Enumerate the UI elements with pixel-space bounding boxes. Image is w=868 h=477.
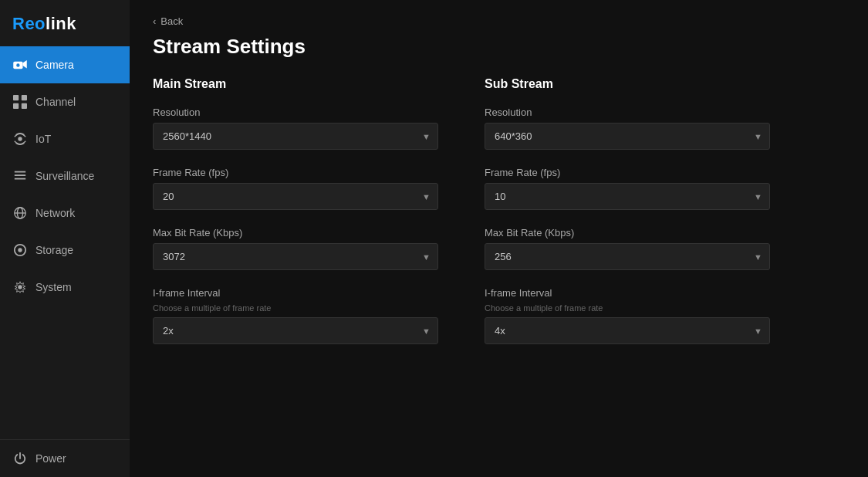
main-resolution-group: Resolution 2560*1440 1920*1080 1280*720 … [153, 107, 438, 150]
streams-container: Main Stream Resolution 2560*1440 1920*10… [153, 77, 845, 361]
sub-iframe-group: I-frame Interval Choose a multiple of fr… [485, 287, 770, 344]
sub-bitrate-label: Max Bit Rate (Kbps) [485, 227, 770, 238]
main-iframe-wrapper: 2x 1x 3x 4x ▼ [153, 317, 438, 344]
sidebar-item-camera[interactable]: Camera [0, 46, 130, 83]
main-framerate-select[interactable]: 20 15 10 5 [153, 183, 438, 210]
svg-rect-3 [13, 95, 19, 100]
sub-iframe-label: I-frame Interval [485, 287, 770, 299]
page-title: Stream Settings [153, 35, 845, 59]
power-label: Power [35, 452, 66, 465]
sidebar-item-camera-label: Camera [35, 59, 74, 71]
main-stream-section: Main Stream Resolution 2560*1440 1920*10… [153, 77, 438, 361]
back-link[interactable]: ‹ Back [153, 15, 845, 27]
sub-iframe-wrapper: 4x 2x 1x 3x ▼ [485, 317, 770, 344]
sub-framerate-label: Frame Rate (fps) [485, 167, 770, 178]
main-iframe-select[interactable]: 2x 1x 3x 4x [153, 317, 438, 344]
network-icon [12, 205, 28, 221]
sub-iframe-hint: Choose a multiple of frame rate [485, 303, 770, 313]
svg-point-2 [16, 63, 19, 66]
channel-icon [12, 94, 28, 110]
sidebar-item-storage-label: Storage [35, 244, 73, 256]
sidebar-item-system-label: System [35, 281, 72, 293]
sidebar-item-network-label: Network [35, 207, 75, 219]
sub-framerate-wrapper: 10 5 15 20 ▼ [485, 183, 770, 210]
main-iframe-group: I-frame Interval Choose a multiple of fr… [153, 287, 438, 344]
main-bitrate-label: Max Bit Rate (Kbps) [153, 227, 438, 238]
main-framerate-label: Frame Rate (fps) [153, 167, 438, 178]
camera-icon [12, 57, 28, 73]
storage-icon [12, 242, 28, 258]
svg-point-7 [18, 137, 22, 140]
system-icon [12, 279, 28, 295]
sub-framerate-select[interactable]: 10 5 15 20 [485, 183, 770, 210]
main-bitrate-group: Max Bit Rate (Kbps) 3072 2048 1024 512 ▼ [153, 227, 438, 270]
logo: Reolink [0, 0, 130, 46]
sidebar-item-system[interactable]: System [0, 269, 130, 306]
main-bitrate-select[interactable]: 3072 2048 1024 512 [153, 243, 438, 270]
main-resolution-wrapper: 2560*1440 1920*1080 1280*720 ▼ [153, 123, 438, 150]
sub-stream-title: Sub Stream [485, 77, 770, 91]
back-label: Back [160, 15, 183, 27]
surveillance-icon [12, 168, 28, 184]
main-iframe-label: I-frame Interval [153, 287, 438, 299]
power-icon [12, 451, 28, 466]
sidebar-item-surveillance-label: Surveillance [35, 170, 94, 182]
back-chevron-icon: ‹ [153, 15, 156, 27]
main-stream-title: Main Stream [153, 77, 438, 91]
sidebar-item-surveillance[interactable]: Surveillance [0, 157, 130, 195]
sidebar-item-iot[interactable]: IoT [0, 120, 130, 157]
sidebar-item-channel[interactable]: Channel [0, 83, 130, 120]
svg-point-16 [18, 285, 22, 289]
main-framerate-wrapper: 20 15 10 5 ▼ [153, 183, 438, 210]
iot-icon [12, 131, 28, 147]
sub-resolution-group: Resolution 640*360 320*180 ▼ [485, 107, 770, 150]
sub-stream-section: Sub Stream Resolution 640*360 320*180 ▼ … [485, 77, 770, 361]
sub-bitrate-select[interactable]: 256 128 512 [485, 243, 770, 270]
main-resolution-select[interactable]: 2560*1440 1920*1080 1280*720 [153, 123, 438, 150]
sub-resolution-wrapper: 640*360 320*180 ▼ [485, 123, 770, 150]
sidebar-footer: Power [0, 439, 130, 477]
sidebar-item-storage[interactable]: Storage [0, 232, 130, 269]
svg-rect-6 [22, 103, 27, 109]
svg-rect-4 [22, 95, 27, 100]
logo-text: Reolink [12, 14, 76, 33]
main-iframe-hint: Choose a multiple of frame rate [153, 303, 438, 313]
main-bitrate-wrapper: 3072 2048 1024 512 ▼ [153, 243, 438, 270]
sub-resolution-select[interactable]: 640*360 320*180 [485, 123, 770, 150]
sidebar-item-iot-label: IoT [35, 133, 51, 145]
sidebar: Reolink Camera Cha [0, 0, 130, 477]
main-framerate-group: Frame Rate (fps) 20 15 10 5 ▼ [153, 167, 438, 210]
sidebar-item-network[interactable]: Network [0, 195, 130, 232]
main-resolution-label: Resolution [153, 107, 438, 118]
svg-rect-5 [13, 103, 19, 109]
sub-framerate-group: Frame Rate (fps) 10 5 15 20 ▼ [485, 167, 770, 210]
svg-marker-1 [23, 60, 27, 69]
power-button[interactable]: Power [12, 451, 117, 466]
sub-bitrate-group: Max Bit Rate (Kbps) 256 128 512 ▼ [485, 227, 770, 270]
sub-bitrate-wrapper: 256 128 512 ▼ [485, 243, 770, 270]
sub-iframe-select[interactable]: 4x 2x 1x 3x [485, 317, 770, 344]
svg-point-15 [18, 248, 22, 252]
sidebar-nav: Camera Channel [0, 46, 130, 439]
main-content: ‹ Back Stream Settings Main Stream Resol… [130, 0, 868, 477]
sidebar-item-channel-label: Channel [35, 96, 76, 108]
sub-resolution-label: Resolution [485, 107, 770, 118]
